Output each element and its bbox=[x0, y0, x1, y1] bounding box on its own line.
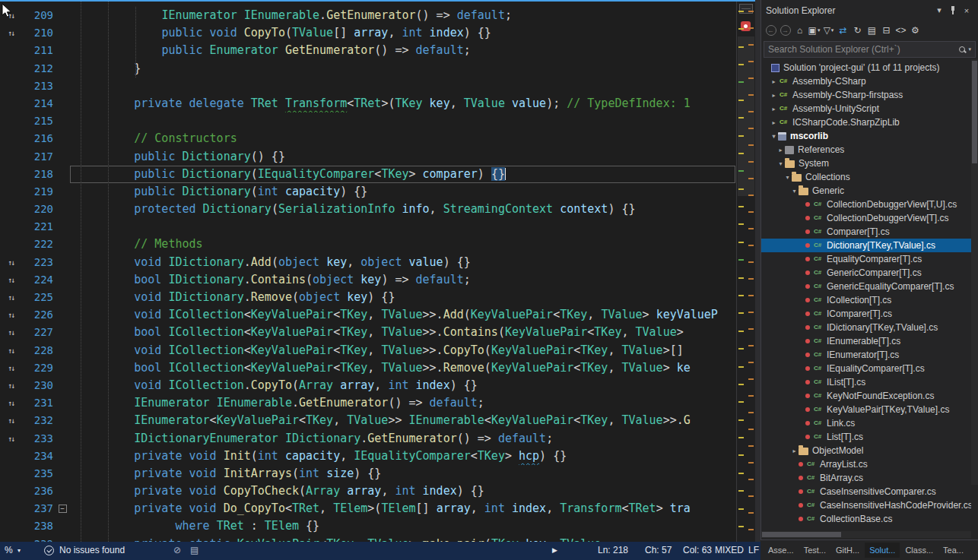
code-line[interactable]: ↑↓229 bool ICollection<KeyValuePair<TKey… bbox=[0, 359, 736, 377]
properties-button[interactable]: ⚙ bbox=[908, 23, 922, 38]
tree-item-collectiondebuggerview-t-u-cs[interactable]: C#CollectionDebuggerView[T,U].cs bbox=[761, 198, 971, 211]
tree-item-collections[interactable]: ▾Collections bbox=[761, 170, 971, 184]
panel-tab-solut[interactable]: Solut... bbox=[865, 543, 900, 558]
reference-arrows-icon[interactable]: ↑↓ bbox=[0, 412, 21, 429]
scrollbar-thumb[interactable] bbox=[972, 61, 977, 163]
code-text[interactable]: private delegate TRet Transform<TRet>(TK… bbox=[68, 95, 736, 112]
tree-item-assembly-csharp[interactable]: ▸C#Assembly-CSharp bbox=[761, 74, 971, 88]
tree-item-collectionbase-cs[interactable]: C#CollectionBase.cs bbox=[761, 512, 971, 526]
scrollbar-thumb[interactable] bbox=[762, 532, 841, 537]
tree-item-assembly-unityscript[interactable]: ▸C#Assembly-UnityScript bbox=[761, 102, 971, 115]
code-line[interactable]: ↑↓209 IEnumerator IEnumerable.GetEnumera… bbox=[0, 7, 736, 24]
reference-arrows-icon[interactable]: ↑↓ bbox=[0, 342, 21, 359]
line-number[interactable]: 223 bbox=[21, 254, 56, 271]
code-line[interactable]: 213 bbox=[0, 78, 736, 95]
tree-item-link-cs[interactable]: C#Link.cs bbox=[761, 416, 971, 430]
tree-item-bitarray-cs[interactable]: C#BitArray.cs bbox=[761, 471, 971, 485]
code-line[interactable]: 215 bbox=[0, 112, 736, 130]
code-text[interactable]: bool IDictionary.Contains(object key) =>… bbox=[68, 271, 736, 289]
reference-arrows-icon[interactable]: ↑↓ bbox=[0, 377, 21, 394]
code-line[interactable]: 212 } bbox=[0, 60, 736, 78]
code-line[interactable]: 217 public Dictionary() {} bbox=[0, 148, 736, 166]
tree-item-idictionary-tkey-tvalue-cs[interactable]: C#IDictionary[TKey,TValue].cs bbox=[761, 321, 971, 334]
code-text[interactable]: public Enumerator GetEnumerator() => def… bbox=[68, 42, 736, 59]
tree-item-genericcomparer-t-cs[interactable]: C#GenericComparer[T].cs bbox=[761, 266, 971, 280]
line-number[interactable]: 238 bbox=[21, 517, 56, 535]
search-icon[interactable] bbox=[958, 46, 967, 54]
code-text[interactable]: private void InitArrays(int size) {} bbox=[68, 465, 736, 482]
code-line[interactable]: ↑↓232 IEnumerator<KeyValuePair<TKey, TVa… bbox=[0, 412, 736, 429]
code-line[interactable]: 239 private static KeyValuePair<TKey, TV… bbox=[0, 536, 736, 542]
filter-button[interactable]: ▽▾ bbox=[821, 23, 836, 38]
status-encoding-indicator[interactable]: MIXED bbox=[715, 545, 744, 555]
back-button[interactable]: ← bbox=[764, 23, 778, 38]
reference-arrows-icon[interactable]: ↑↓ bbox=[0, 359, 21, 377]
code-text[interactable]: bool ICollection<KeyValuePair<TKey, TVal… bbox=[68, 359, 736, 377]
code-text[interactable]: public void CopyTo(TValue[] array, int i… bbox=[68, 24, 736, 42]
code-line[interactable]: ↑↓225 void IDictionary.Remove(object key… bbox=[0, 289, 736, 306]
code-line[interactable]: 222 // Methods bbox=[0, 236, 736, 253]
expander-icon[interactable]: ▾ bbox=[790, 188, 799, 195]
code-text[interactable]: void ICollection<KeyValuePair<TKey, TVal… bbox=[68, 342, 736, 359]
edit-blocked-icon[interactable]: ⊘ bbox=[173, 545, 181, 555]
code-text[interactable]: private static KeyValuePair<TKey, TValue… bbox=[68, 536, 736, 542]
code-text[interactable]: void ICollection.CopyTo(Array array, int… bbox=[68, 377, 736, 394]
code-text[interactable]: // Methods bbox=[68, 236, 736, 253]
expander-icon[interactable]: ▸ bbox=[770, 92, 778, 99]
tree-item-references[interactable]: ▸References bbox=[761, 143, 971, 157]
line-number[interactable]: 211 bbox=[21, 42, 56, 59]
line-number[interactable]: 218 bbox=[21, 166, 56, 183]
code-line[interactable]: ↑↓230 void ICollection.CopyTo(Array arra… bbox=[0, 377, 736, 394]
expand-triangle-icon[interactable]: ▶ bbox=[552, 546, 557, 554]
code-line[interactable]: 220 protected Dictionary(SerializationIn… bbox=[0, 201, 736, 218]
line-number[interactable]: 212 bbox=[21, 60, 56, 78]
code-line[interactable]: 216 // Constructors bbox=[0, 130, 736, 147]
tree-item-icollection-t-cs[interactable]: C#ICollection[T].cs bbox=[761, 293, 971, 307]
zoom-dropdown-icon[interactable]: ▾ bbox=[17, 547, 21, 554]
code-line[interactable]: 214 private delegate TRet Transform<TRet… bbox=[0, 95, 736, 112]
home-button[interactable]: ⌂ bbox=[792, 23, 807, 38]
expander-icon[interactable]: ▾ bbox=[770, 133, 778, 140]
code-line[interactable]: ↑↓226 void ICollection<KeyValuePair<TKey… bbox=[0, 306, 736, 324]
expander-icon[interactable]: ▸ bbox=[770, 119, 778, 126]
tree-item-keyvaluepair-tkey-tvalue-cs[interactable]: C#KeyValuePair[TKey,TValue].cs bbox=[761, 403, 971, 416]
line-number[interactable]: 236 bbox=[21, 482, 56, 500]
code-line[interactable]: 211 public Enumerator GetEnumerator() =>… bbox=[0, 42, 736, 59]
code-line[interactable]: 235 private void InitArrays(int size) {} bbox=[0, 465, 736, 482]
panel-tab-gith[interactable]: GitH... bbox=[831, 543, 864, 558]
tree-item-assembly-csharp-firstpass[interactable]: ▸C#Assembly-CSharp-firstpass bbox=[761, 88, 971, 102]
status-line-indicator[interactable]: Ln: 218 bbox=[598, 545, 628, 555]
status-line-ending-indicator[interactable]: LF bbox=[748, 545, 759, 555]
code-text[interactable]: protected Dictionary(SerializationInfo i… bbox=[68, 201, 736, 218]
expander-icon[interactable]: ▸ bbox=[770, 106, 778, 112]
code-line[interactable]: 221 bbox=[0, 218, 736, 236]
tree-item-caseinsensitivecomparer-cs[interactable]: C#CaseInsensitiveComparer.cs bbox=[761, 485, 971, 498]
tree-item-objectmodel[interactable]: ▸ObjectModel bbox=[761, 444, 971, 457]
code-line[interactable]: ↑↓231 IEnumerator IEnumerable.GetEnumera… bbox=[0, 394, 736, 412]
panel-tab-tea[interactable]: Tea... bbox=[938, 543, 968, 558]
code-text[interactable]: private void CopyToCheck(Array array, in… bbox=[68, 482, 736, 500]
tree-item-ilist-t-cs[interactable]: C#IList[T].cs bbox=[761, 375, 971, 389]
tree-item-ienumerable-t-cs[interactable]: C#IEnumerable[T].cs bbox=[761, 334, 971, 348]
line-number[interactable]: 230 bbox=[21, 377, 56, 394]
expander-icon[interactable]: ▾ bbox=[783, 174, 792, 181]
panel-splitter[interactable] bbox=[755, 0, 760, 542]
code-line[interactable]: 236 private void CopyToCheck(Array array… bbox=[0, 482, 736, 500]
tree-item-solution-project-gui-11-of-11-projects[interactable]: Solution 'project-gui' (11 of 11 project… bbox=[761, 61, 971, 74]
reference-arrows-icon[interactable]: ↑↓ bbox=[0, 430, 21, 448]
line-number[interactable]: 229 bbox=[21, 359, 56, 377]
panel-tab-asse[interactable]: Asse... bbox=[764, 543, 799, 558]
code-line[interactable]: ↑↓228 void ICollection<KeyValuePair<TKey… bbox=[0, 342, 736, 359]
fold-collapse-button[interactable]: − bbox=[56, 500, 68, 517]
tree-item-system[interactable]: ▾System bbox=[761, 157, 971, 170]
line-number[interactable]: 234 bbox=[21, 448, 56, 465]
expander-icon[interactable]: ▾ bbox=[776, 160, 785, 167]
reference-arrows-icon[interactable]: ↑↓ bbox=[0, 289, 21, 306]
code-line[interactable]: 234 private void Init(int capacity, IEqu… bbox=[0, 448, 736, 465]
line-number[interactable]: 227 bbox=[21, 324, 56, 341]
sync-active-document-button[interactable]: ⇄ bbox=[836, 23, 850, 38]
reference-arrows-icon[interactable]: ↑↓ bbox=[0, 254, 21, 271]
code-text[interactable]: where TRet : TElem {} bbox=[68, 517, 736, 535]
reference-arrows-icon[interactable]: ↑↓ bbox=[0, 271, 21, 289]
code-line[interactable]: 219 public Dictionary(int capacity) {} bbox=[0, 183, 736, 201]
